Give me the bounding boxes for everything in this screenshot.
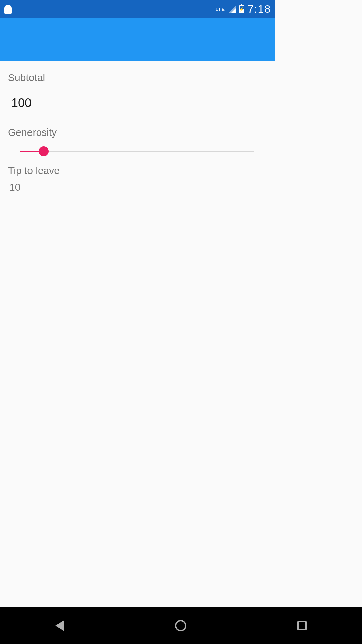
tip-value: 10 [8,181,266,193]
status-right: LTE ⚡ 7:18 [215,3,271,15]
main-content: Subtotal Generosity Tip to leave 10 [0,61,275,454]
subtotal-input[interactable] [11,96,263,110]
app-bar [0,18,275,61]
network-label: LTE [215,7,225,12]
bugdroid-icon [3,5,13,14]
subtotal-field[interactable] [11,96,263,112]
subtotal-label: Subtotal [8,70,266,85]
signal-icon [228,6,236,13]
spacer [8,193,266,454]
battery-icon: ⚡ [239,5,244,13]
status-bar: LTE ⚡ 7:18 [0,0,275,18]
status-clock: 7:18 [248,3,271,15]
status-left [3,5,13,14]
slider-thumb[interactable] [39,146,49,156]
generosity-slider[interactable] [20,146,254,157]
slider-track [20,151,254,152]
tip-label: Tip to leave [8,163,266,178]
generosity-label: Generosity [8,125,266,140]
